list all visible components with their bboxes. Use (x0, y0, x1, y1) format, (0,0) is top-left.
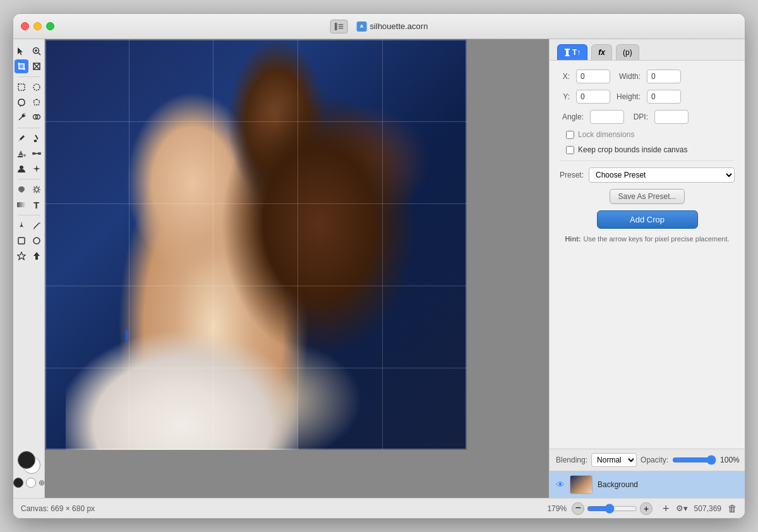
dpi-input[interactable] (654, 110, 689, 124)
canvas-image (45, 39, 467, 450)
svg-rect-13 (18, 84, 25, 90)
blending-label: Blending: (556, 456, 587, 464)
trash-icon[interactable]: 🗑 (728, 503, 737, 514)
circle-shape-tool[interactable] (30, 234, 44, 248)
zoom-slider[interactable] (587, 504, 637, 514)
lock-dimensions-row: Lock dimensions (560, 130, 735, 139)
minimize-button[interactable] (33, 22, 42, 30)
star-tool[interactable] (15, 249, 28, 263)
opacity-slider[interactable] (672, 455, 716, 465)
width-label: Width: (617, 72, 641, 81)
add-layer-button[interactable]: + (663, 503, 670, 514)
arrow-tool[interactable] (30, 249, 44, 263)
layer-thumbnail (570, 475, 593, 494)
angle-input[interactable] (590, 110, 624, 124)
brush-tool[interactable] (30, 131, 44, 145)
close-button[interactable] (21, 22, 29, 30)
foreground-color-swatch[interactable] (18, 451, 35, 469)
layer-item-background[interactable]: 👁 Background (550, 471, 745, 498)
maximize-button[interactable] (46, 22, 54, 30)
svg-line-18 (25, 113, 25, 114)
layer-visibility-icon[interactable]: 👁 (556, 480, 565, 490)
sidebar-toggle-button[interactable] (330, 20, 348, 33)
svg-line-6 (38, 53, 40, 56)
lasso-tool[interactable] (15, 95, 28, 109)
opacity-value: 100% (720, 456, 740, 464)
svg-line-39 (33, 191, 35, 193)
keep-crop-checkbox[interactable] (566, 146, 574, 154)
keep-crop-label: Keep crop bounds inside canvas (578, 145, 687, 154)
settings-gear-icon[interactable]: ⚙▾ (676, 504, 688, 513)
select-similar-tool[interactable] (30, 111, 44, 124)
rect-select-tool[interactable] (15, 80, 28, 94)
swap-colors-icon[interactable] (13, 478, 23, 488)
zoom-percent-icon[interactable]: ⊕ (39, 478, 45, 487)
opacity-label: Opacity: (641, 456, 668, 464)
svg-rect-40 (17, 202, 26, 207)
svg-marker-46 (33, 252, 40, 260)
line-tool[interactable] (30, 147, 44, 160)
fill-tool[interactable] (15, 147, 28, 160)
svg-marker-49 (565, 55, 570, 56)
svg-line-42 (34, 223, 39, 228)
svg-rect-0 (335, 23, 337, 30)
blending-row: Blending: Normal Multiply Screen Overlay… (550, 449, 745, 471)
add-crop-container: Add Crop (560, 210, 735, 229)
zoom-controls: 179% − + (547, 502, 653, 515)
preset-select[interactable]: Choose Preset Square 16:9 4:3 Custom (589, 167, 735, 183)
ellipse-select-tool[interactable] (30, 80, 44, 94)
gradient-tool[interactable] (15, 198, 28, 212)
select-tool[interactable] (15, 44, 28, 58)
svg-rect-2 (339, 26, 344, 27)
svg-line-16 (19, 116, 23, 120)
hint-label: Hint: (565, 235, 581, 243)
y-input[interactable] (576, 90, 610, 104)
tools-panel: T (13, 39, 45, 498)
zoom-in-button[interactable]: + (640, 502, 653, 515)
vector-pen-tool[interactable] (15, 219, 28, 233)
reset-colors-icon[interactable] (26, 478, 36, 488)
add-crop-button[interactable]: Add Crop (597, 210, 698, 229)
svg-point-24 (33, 140, 37, 142)
main-area: T (13, 39, 745, 498)
transform-tool[interactable] (30, 59, 44, 73)
text-tool[interactable]: T (30, 198, 44, 212)
right-panel: T↑ fx (p) X: Width: (549, 39, 745, 498)
height-input[interactable] (647, 90, 681, 104)
crop-tool[interactable] (15, 59, 28, 73)
save-preset-button[interactable]: Save As Preset... (610, 189, 684, 204)
file-icon: A (357, 21, 367, 32)
layer-name: Background (598, 480, 638, 489)
clone-tool[interactable] (15, 162, 28, 176)
sparkle-tool[interactable] (30, 162, 44, 176)
pen-tool[interactable] (15, 131, 28, 145)
shape-tool[interactable] (15, 183, 28, 196)
magic-wand-tool[interactable] (15, 111, 28, 124)
svg-rect-3 (339, 28, 344, 29)
svg-rect-9 (19, 64, 24, 69)
brightness-tool[interactable] (30, 183, 44, 196)
blending-select[interactable]: Normal Multiply Screen Overlay Darken Li… (591, 453, 637, 467)
svg-rect-47 (565, 49, 570, 50)
x-input[interactable] (576, 70, 610, 83)
app-window: A silhouette.acorn (13, 13, 745, 519)
p-tab[interactable]: (p) (616, 44, 639, 60)
pencil-tool[interactable] (30, 219, 44, 233)
width-input[interactable] (647, 70, 681, 83)
tool-tab[interactable]: T↑ (557, 44, 587, 60)
lock-dimensions-checkbox[interactable] (566, 131, 574, 139)
svg-line-38 (39, 187, 40, 188)
angle-dpi-row: Angle: DPI: (560, 110, 735, 124)
preset-row: Preset: Choose Preset Square 16:9 4:3 Cu… (560, 167, 735, 183)
zoom-out-button[interactable]: − (572, 502, 584, 515)
zoom-tool[interactable] (30, 44, 44, 58)
svg-point-26 (23, 154, 26, 157)
fx-tab[interactable]: fx (591, 44, 612, 60)
svg-marker-45 (17, 252, 25, 260)
svg-point-14 (33, 84, 40, 90)
svg-point-31 (35, 188, 39, 191)
poly-lasso-tool[interactable] (30, 95, 44, 109)
statusbar-right: + ⚙▾ 507,369 🗑 (663, 503, 737, 514)
canvas-info: Canvas: 669 × 680 px (21, 504, 95, 513)
rect-shape-tool[interactable] (15, 234, 28, 248)
